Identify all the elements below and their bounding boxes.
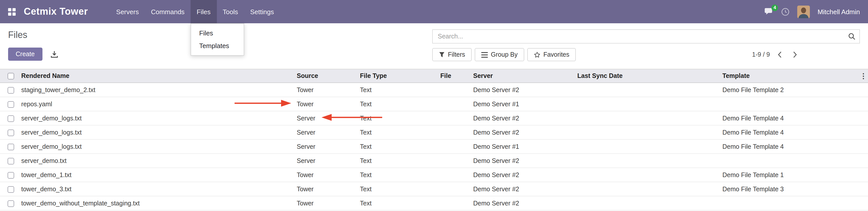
- cell-file: [437, 196, 470, 210]
- table-row[interactable]: tower_demo_1.txt Tower Text Demo Server …: [0, 168, 868, 182]
- menu-item-tools[interactable]: Tools: [217, 0, 244, 23]
- group-by-button[interactable]: Group By: [475, 48, 524, 61]
- row-checkbox[interactable]: [8, 172, 14, 178]
- row-checkbox[interactable]: [8, 115, 14, 122]
- cell-rendered-name: server_demo_logs.txt: [18, 111, 294, 125]
- row-checkbox[interactable]: [8, 87, 14, 93]
- row-checkbox[interactable]: [8, 200, 14, 207]
- cell-options: [860, 140, 868, 154]
- favorites-button[interactable]: Favorites: [527, 48, 576, 61]
- activity-button[interactable]: [781, 7, 789, 16]
- cell-template: [719, 154, 860, 168]
- star-icon: [534, 51, 540, 58]
- cell-server: Demo Server #2: [470, 125, 574, 140]
- optional-columns-toggle-icon[interactable]: ⋮: [860, 72, 867, 80]
- search-icon[interactable]: [848, 33, 855, 42]
- top-navbar: Cetmix Tower Servers Commands Files File…: [0, 0, 868, 23]
- column-header-server[interactable]: Server: [470, 69, 574, 83]
- filters-button-label: Filters: [448, 51, 465, 58]
- cell-file: [437, 111, 470, 125]
- table-row[interactable]: repos.yaml Tower Text Demo Server #1: [0, 97, 868, 111]
- column-header-rendered-name[interactable]: Rendered Name: [18, 69, 294, 83]
- row-checkbox-cell[interactable]: [0, 97, 18, 111]
- table-row[interactable]: server_demo.txt Server Text Demo Server …: [0, 154, 868, 168]
- apps-menu-button[interactable]: [8, 0, 16, 23]
- apps-grid-icon: [8, 8, 16, 16]
- group-by-bars-icon: [481, 52, 488, 57]
- row-checkbox-cell[interactable]: [0, 125, 18, 140]
- row-checkbox[interactable]: [8, 186, 14, 192]
- cell-file-type: Text: [357, 168, 437, 182]
- select-all-cell[interactable]: [0, 69, 18, 83]
- table-row[interactable]: staging_tower_demo_2.txt Tower Text Demo…: [0, 83, 868, 97]
- systray: 4 Mitchell Admin: [764, 0, 860, 23]
- table-row[interactable]: server_demo_logs.txt Server Text Demo Se…: [0, 140, 868, 154]
- funnel-icon: [439, 52, 445, 58]
- pager-previous-button[interactable]: [774, 49, 785, 60]
- row-checkbox-cell[interactable]: [0, 196, 18, 210]
- row-checkbox[interactable]: [8, 144, 14, 150]
- download-icon: [50, 50, 58, 58]
- table-row[interactable]: server_demo_logs.txt Server Text Demo Se…: [0, 111, 868, 125]
- cell-rendered-name: staging_tower_demo_2.txt: [18, 83, 294, 97]
- cell-file-type: Text: [357, 125, 437, 140]
- cell-file: [437, 83, 470, 97]
- table-row[interactable]: tower_demo_without_template_staging.txt …: [0, 196, 868, 210]
- row-checkbox[interactable]: [8, 129, 14, 136]
- create-button[interactable]: Create: [8, 48, 42, 61]
- cell-last-sync-date: [574, 97, 719, 111]
- row-checkbox-cell[interactable]: [0, 182, 18, 196]
- row-checkbox[interactable]: [8, 101, 14, 108]
- pager: 1-9 / 9: [752, 49, 800, 60]
- cell-file-type: Text: [357, 83, 437, 97]
- table-row[interactable]: tower_demo_3.txt Tower Text Demo Server …: [0, 182, 868, 196]
- menu-item-files[interactable]: Files Files Templates: [191, 0, 217, 23]
- row-checkbox-cell[interactable]: [0, 168, 18, 182]
- cell-server: Demo Server #2: [470, 83, 574, 97]
- menu-item-settings[interactable]: Settings: [244, 0, 280, 23]
- cell-file-type: Text: [357, 111, 437, 125]
- cell-last-sync-date: [574, 83, 719, 97]
- cell-server: Demo Server #2: [470, 182, 574, 196]
- optional-columns-cell[interactable]: ⋮: [860, 69, 868, 83]
- column-header-file-type[interactable]: File Type: [357, 69, 437, 83]
- dropdown-item-files[interactable]: Files: [191, 27, 244, 39]
- cell-options: [860, 154, 868, 168]
- cell-rendered-name: tower_demo_3.txt: [18, 182, 294, 196]
- cell-rendered-name: repos.yaml: [18, 97, 294, 111]
- user-name[interactable]: Mitchell Admin: [817, 8, 860, 16]
- select-all-checkbox[interactable]: [8, 73, 14, 80]
- export-button[interactable]: [49, 49, 59, 59]
- chevron-left-icon: [777, 51, 782, 58]
- user-avatar[interactable]: [797, 5, 810, 18]
- menu-item-commands[interactable]: Commands: [145, 0, 191, 23]
- activity-clock-icon: [781, 7, 789, 16]
- row-checkbox-cell[interactable]: [0, 111, 18, 125]
- cell-file: [437, 140, 470, 154]
- dropdown-item-templates[interactable]: Templates: [191, 39, 244, 52]
- pager-range: 1-9 / 9: [752, 51, 770, 58]
- column-header-last-sync-date[interactable]: Last Sync Date: [574, 69, 719, 83]
- messages-button[interactable]: 4: [764, 8, 773, 16]
- cell-options: [860, 97, 868, 111]
- filters-button[interactable]: Filters: [432, 48, 472, 61]
- cell-template: Demo File Template 1: [719, 168, 860, 182]
- cell-file-type: Text: [357, 140, 437, 154]
- cell-options: [860, 111, 868, 125]
- row-checkbox-cell[interactable]: [0, 154, 18, 168]
- files-table-body: staging_tower_demo_2.txt Tower Text Demo…: [0, 83, 868, 210]
- column-header-source[interactable]: Source: [294, 69, 357, 83]
- search-input[interactable]: [432, 29, 860, 43]
- cell-source: Server: [294, 140, 357, 154]
- app-screen: Cetmix Tower Servers Commands Files File…: [0, 0, 868, 211]
- row-checkbox-cell[interactable]: [0, 83, 18, 97]
- main-menu: Servers Commands Files Files Templates T…: [110, 0, 280, 23]
- row-checkbox-cell[interactable]: [0, 140, 18, 154]
- menu-item-servers[interactable]: Servers: [110, 0, 145, 23]
- row-checkbox[interactable]: [8, 158, 14, 164]
- column-header-file[interactable]: File: [437, 69, 470, 83]
- table-row[interactable]: server_demo_logs.txt Server Text Demo Se…: [0, 125, 868, 140]
- search-box: [432, 29, 860, 43]
- column-header-template[interactable]: Template: [719, 69, 860, 83]
- pager-next-button[interactable]: [789, 49, 800, 60]
